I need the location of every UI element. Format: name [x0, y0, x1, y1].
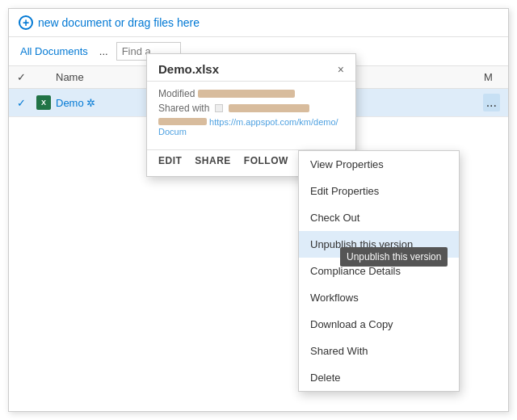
popup-url[interactable]: https://m.appspot.com/km/demo/Docum: [158, 117, 344, 136]
tab-all-documents[interactable]: All Documents: [17, 44, 91, 59]
row-checkmark: ✓: [17, 97, 36, 109]
header-modified-col: M: [484, 71, 500, 83]
unpublish-tooltip: Unpublish this version: [340, 247, 448, 267]
popup-close-button[interactable]: ×: [338, 63, 344, 76]
header-check-col: ✓: [17, 71, 36, 83]
menu-item-delete[interactable]: Delete: [299, 364, 459, 391]
shared-icon: [215, 104, 223, 112]
menu-item-view-properties[interactable]: View Properties: [299, 151, 459, 178]
excel-icon: X: [36, 95, 51, 110]
plus-icon: +: [19, 15, 33, 30]
share-button[interactable]: SHARE: [195, 155, 231, 168]
context-menu: View Properties Edit Properties Check Ou…: [298, 150, 460, 392]
popup-title: Demo.xlsx: [158, 62, 219, 76]
new-document-button[interactable]: + new document or drag files here: [19, 15, 200, 30]
menu-item-workflows[interactable]: Workflows: [299, 284, 459, 311]
shared-with-label: Shared with: [158, 103, 209, 114]
new-document-label: new document or drag files here: [38, 16, 200, 29]
shared-value-redacted: [229, 104, 309, 112]
popup-modified-row: Modified: [158, 88, 344, 99]
checkmark-icon: ✓: [17, 71, 26, 83]
toolbar-ellipsis[interactable]: ...: [99, 45, 108, 57]
menu-item-edit-properties[interactable]: Edit Properties: [299, 178, 459, 204]
menu-item-shared-with[interactable]: Shared With: [299, 338, 459, 364]
modified-value-redacted: [198, 90, 295, 98]
url-redacted-prefix: [158, 118, 207, 125]
popup-body: Modified Shared with https://m.appspot.c…: [147, 82, 355, 149]
edit-button[interactable]: EDIT: [158, 155, 182, 168]
popup-header: Demo.xlsx ×: [147, 54, 355, 82]
top-bar: + new document or drag files here: [9, 9, 508, 37]
menu-item-download-copy[interactable]: Download a Copy: [299, 311, 459, 338]
popup-shared-row: Shared with: [158, 103, 344, 114]
main-container: + new document or drag files here All Do…: [8, 8, 509, 412]
row-more-button[interactable]: ...: [483, 94, 500, 111]
follow-button[interactable]: FOLLOW: [244, 155, 288, 168]
menu-item-check-out[interactable]: Check Out: [299, 204, 459, 231]
modified-label: Modified: [158, 88, 195, 99]
file-type-icon: X: [36, 95, 56, 110]
